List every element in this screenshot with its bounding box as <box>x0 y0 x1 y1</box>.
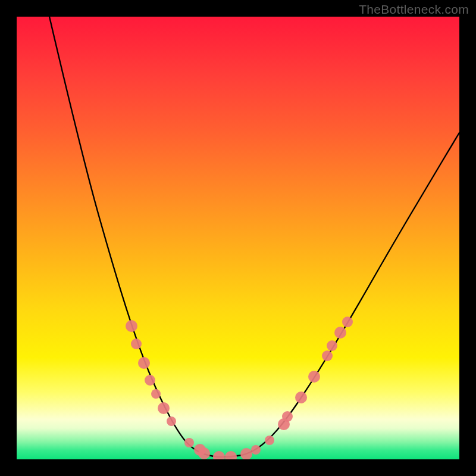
data-point <box>282 411 293 422</box>
data-point <box>184 438 194 447</box>
data-point <box>151 389 161 399</box>
data-point <box>322 350 333 361</box>
data-point <box>145 375 155 386</box>
data-point <box>327 340 337 351</box>
data-point <box>308 371 320 383</box>
data-point <box>265 436 274 445</box>
data-point <box>138 357 150 369</box>
data-point <box>126 320 137 332</box>
data-point <box>342 317 353 327</box>
data-point <box>167 416 176 426</box>
data-point <box>213 451 225 459</box>
data-point <box>334 327 346 339</box>
bottleneck-curve <box>49 17 459 457</box>
data-point <box>198 447 210 459</box>
watermark-text: TheBottleneck.com <box>359 2 469 17</box>
scatter-points <box>126 317 353 459</box>
data-point <box>295 392 307 403</box>
chart-frame: TheBottleneck.com <box>0 0 476 476</box>
plot-area <box>17 17 459 459</box>
data-point <box>158 402 170 414</box>
data-point <box>131 339 142 349</box>
data-point <box>225 451 237 459</box>
curve-layer <box>17 17 459 459</box>
data-point <box>251 445 261 455</box>
data-point <box>240 448 252 459</box>
